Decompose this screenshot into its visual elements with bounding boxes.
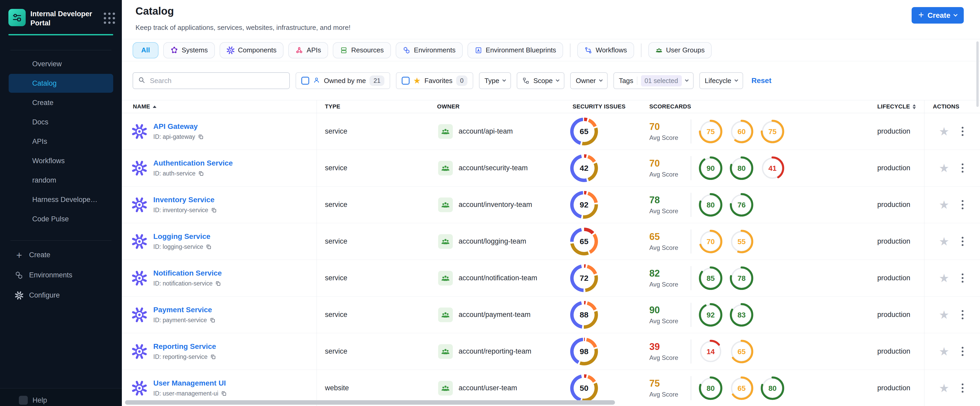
entity-name-link[interactable]: Logging Service (153, 232, 212, 241)
tab-components[interactable]: Components (220, 42, 283, 59)
team-icon (438, 234, 453, 249)
sidebar-item-create[interactable]: Create (9, 93, 113, 112)
copy-icon[interactable] (221, 390, 227, 396)
tab-workflows[interactable]: Workflows (577, 42, 634, 59)
tab-label: Workflows (596, 46, 627, 54)
row-menu-icon[interactable] (960, 162, 965, 174)
entity-name-link[interactable]: API Gateway (153, 122, 204, 131)
row-menu-icon[interactable] (960, 382, 965, 394)
column-header-owner[interactable]: OWNER (429, 103, 565, 110)
column-header-scorecards[interactable]: SCORECARDS (641, 103, 859, 110)
sidebar-item-harness-develope[interactable]: Harness Develope… (9, 190, 113, 209)
component-gear-icon (132, 271, 147, 286)
favorite-star-icon[interactable]: ★ (939, 126, 949, 137)
copy-icon[interactable] (210, 317, 216, 323)
tab-user-groups[interactable]: User Groups (648, 42, 712, 59)
sidebar-item-random[interactable]: random (9, 171, 113, 190)
horizontal-scrollbar-thumb[interactable] (125, 400, 615, 405)
tab-apis[interactable]: APIs (288, 42, 328, 59)
filter-type[interactable]: Type (479, 72, 511, 89)
column-header-type[interactable]: TYPE (317, 103, 429, 110)
svg-text:75: 75 (768, 128, 776, 136)
security-issues-gauge: 98 (570, 338, 598, 365)
favorites-checkbox[interactable] (402, 77, 410, 85)
favorite-star-icon[interactable]: ★ (939, 346, 949, 357)
chevron-down-icon (953, 13, 958, 17)
table-row-reporting-service: Reporting ServiceID: reporting-servicese… (122, 333, 980, 370)
component-gear-icon (132, 234, 147, 249)
favorite-star-icon[interactable]: ★ (939, 162, 949, 174)
security-issues-value: 65 (574, 231, 595, 252)
column-header-actions[interactable]: ACTIONS (924, 103, 980, 110)
entity-name-link[interactable]: Authentication Service (153, 159, 233, 167)
entity-name-link[interactable]: Reporting Service (153, 343, 216, 351)
tab-resources[interactable]: Resources (333, 42, 391, 59)
entity-name-link[interactable]: User Management UI (153, 379, 227, 387)
vertical-scrollbar-thumb[interactable] (976, 41, 979, 107)
copy-icon[interactable] (198, 171, 204, 176)
name-cell: Reporting ServiceID: reporting-service (122, 343, 317, 360)
column-header-lifecycle[interactable]: LIFECYCLE (859, 103, 924, 110)
svg-text:14: 14 (706, 347, 715, 356)
environments-icon (403, 46, 410, 54)
sidebar-item-overview[interactable]: Overview (9, 54, 113, 73)
copy-icon[interactable] (198, 134, 204, 140)
row-menu-icon[interactable] (960, 309, 965, 321)
reset-filters-button[interactable]: Reset (751, 76, 772, 85)
type-cell: service (317, 311, 429, 319)
filter-tags[interactable]: Tags01 selected (613, 72, 694, 89)
sidebar-item-docs[interactable]: Docs (9, 113, 113, 132)
sidebar-item-environments[interactable]: Environments (0, 265, 122, 285)
tab-all[interactable]: All (133, 42, 159, 59)
accent-bar (8, 34, 113, 35)
sidebar-item-workflows[interactable]: Workflows (9, 151, 113, 170)
sidebar-item-create[interactable]: +Create (0, 245, 122, 265)
favorite-star-icon[interactable]: ★ (939, 309, 949, 320)
copy-icon[interactable] (215, 281, 221, 287)
avg-score-label: Avg Score (649, 244, 684, 251)
row-menu-icon[interactable] (960, 198, 965, 211)
app-switcher-icon[interactable] (104, 13, 115, 24)
sidebar-item-configure[interactable]: Configure (0, 285, 122, 305)
tab-environments[interactable]: Environments (396, 42, 463, 59)
filter-owner[interactable]: Owner (570, 72, 608, 89)
copy-icon[interactable] (210, 354, 216, 360)
filter-lifecycle[interactable]: Lifecycle (699, 72, 743, 89)
table-row-payment-service: Payment ServiceID: payment-serviceservic… (122, 297, 980, 333)
filter-scope[interactable]: Scope (517, 72, 565, 89)
entity-name-link[interactable]: Payment Service (153, 306, 216, 314)
sidebar-item-code-pulse[interactable]: Code Pulse (9, 209, 113, 228)
column-header-name[interactable]: NAME (122, 103, 317, 110)
favorite-star-icon[interactable]: ★ (939, 273, 949, 284)
row-menu-icon[interactable] (960, 345, 965, 358)
favorite-star-icon[interactable]: ★ (939, 199, 949, 211)
security-issues-value: 92 (574, 194, 595, 215)
sidebar-item-help[interactable]: Help (0, 396, 122, 405)
create-button[interactable]: + Create (912, 7, 964, 24)
column-label: ACTIONS (933, 103, 959, 110)
column-header-security-issues[interactable]: SECURITY ISSUES (565, 103, 641, 110)
row-menu-icon[interactable] (960, 235, 965, 247)
favorite-star-icon[interactable]: ★ (939, 236, 949, 247)
search-input[interactable] (150, 76, 285, 85)
sidebar-item-catalog[interactable]: Catalog (9, 74, 113, 93)
row-menu-icon[interactable] (960, 125, 965, 138)
sidebar-item-apis[interactable]: APIs (9, 132, 113, 151)
scorecard-ring: 90 (698, 155, 723, 181)
owned-by-me-filter[interactable]: Owned by me 21 (296, 72, 390, 89)
entity-name-link[interactable]: Notification Service (153, 269, 222, 278)
row-menu-icon[interactable] (960, 272, 965, 284)
page-header: Catalog Keep track of applications, serv… (122, 0, 980, 39)
copy-icon[interactable] (211, 207, 217, 213)
entity-id: ID: inventory-service (153, 207, 217, 214)
entity-name-link[interactable]: Inventory Service (153, 196, 217, 204)
copy-icon[interactable] (206, 244, 212, 250)
svg-text:70: 70 (706, 238, 714, 246)
scorecard-ring: 80 (729, 155, 754, 181)
tab-systems[interactable]: Systems (163, 42, 215, 59)
favorites-filter[interactable]: ★ Favorites 0 (396, 72, 473, 89)
favorite-star-icon[interactable]: ★ (939, 382, 949, 394)
tab-environment-blueprints[interactable]: Environment Blueprints (468, 42, 563, 59)
owned-by-me-checkbox[interactable] (301, 77, 309, 85)
component-gear-icon (132, 344, 147, 359)
